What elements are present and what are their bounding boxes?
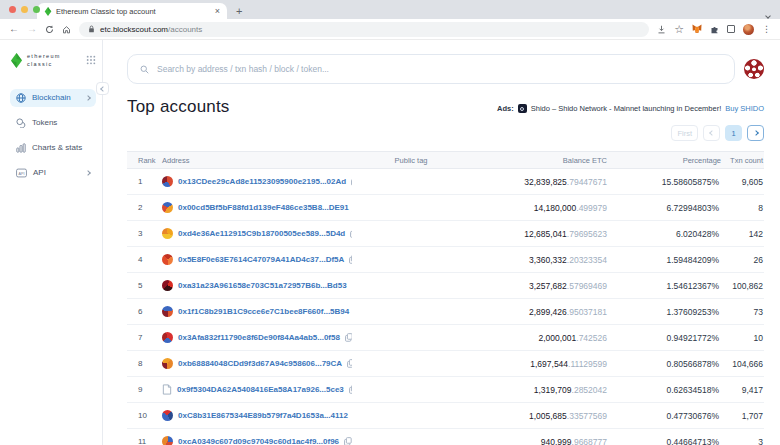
address-identicon <box>162 358 173 369</box>
browser-menu-icon[interactable]: ⋮ <box>762 24 771 34</box>
minimize-window-button[interactable] <box>21 6 28 13</box>
toolbar-right-icons: ☆ ⋮ <box>657 24 771 35</box>
maximize-window-button[interactable] <box>33 6 40 13</box>
address-cell: 0x3Afa832f11790e8f6De90f84Aa4ab5...0f58 <box>162 332 352 343</box>
table-row: 110xcA0349c607d09c97049c60d1ac4f9...0f96… <box>127 429 764 445</box>
copy-icon[interactable] <box>350 229 352 238</box>
sidebar-item-label: Tokens <box>32 118 57 127</box>
search-input[interactable] <box>157 64 722 74</box>
address-bar[interactable]: etc.blockscout.com/accounts <box>79 22 649 37</box>
copy-icon[interactable] <box>345 333 352 342</box>
download-icon[interactable] <box>657 25 666 34</box>
macos-window-controls[interactable] <box>9 6 40 13</box>
extension-icon[interactable] <box>710 25 719 34</box>
lock-icon <box>88 25 95 33</box>
txn-count-value: 8 <box>721 203 771 213</box>
percentage-value: 15.58605875% <box>607 177 721 187</box>
profile-avatar[interactable] <box>743 24 754 35</box>
logo[interactable]: ethereum classic <box>10 52 96 69</box>
apps-grid-icon[interactable] <box>86 55 96 65</box>
percentage-value: 0.80566878% <box>607 359 721 369</box>
pagination: First 1 <box>127 125 764 141</box>
address-link[interactable]: 0xd4e36Ae112915C9b18700505ee589...5D4d <box>178 229 345 238</box>
sidebar-item-api[interactable]: API API <box>10 164 96 182</box>
column-rank: Rank <box>127 156 162 165</box>
percentage-value: 6.72994803% <box>607 203 721 213</box>
rank-value: 2 <box>127 203 162 212</box>
column-address: Address <box>162 156 352 165</box>
ad-link[interactable]: Buy SHIDO <box>725 104 764 113</box>
ads-label: Ads: <box>497 104 514 113</box>
search-icon <box>140 65 149 74</box>
address-identicon <box>162 228 173 239</box>
page-title: Top accounts <box>127 97 230 117</box>
address-link[interactable]: 0x5E8F0e63E7614C47079A41AD4c37...Df5A <box>178 255 344 264</box>
browser-tab-strip: Ethereum Classic top account × + <box>0 0 780 19</box>
sidebar-item-blockchain[interactable]: Blockchain <box>10 89 96 107</box>
table-row: 100xC8b31E8675344E89b579f7a4D1653a...411… <box>127 403 764 429</box>
page-header: Top accounts Ads: Shido – Shido Network … <box>127 97 764 117</box>
back-button[interactable]: ← <box>9 24 19 34</box>
address-link[interactable]: 0xa31a23A961658e703C51a72957B6b...Bd53 <box>178 281 347 290</box>
tab-group-icon[interactable] <box>727 25 735 33</box>
txn-count-value: 100,862 <box>721 281 771 291</box>
address-link[interactable]: 0x1f1C8b291B1C9cce6e7C1bee8F660f...5B94 <box>178 307 349 316</box>
blockscout-app: ethereum classic Blockchain <box>0 40 780 445</box>
close-tab-icon[interactable]: × <box>215 7 220 16</box>
shido-ad-icon <box>518 104 527 113</box>
address-identicon <box>162 254 173 265</box>
table-row: 60x1f1C8b291B1C9cce6e7C1bee8F660f...5B94… <box>127 299 764 325</box>
ad-banner: Ads: Shido – Shido Network - Mainnet lau… <box>497 104 764 113</box>
sidebar-item-label: Charts & stats <box>32 143 82 152</box>
chevron-right-icon <box>86 93 90 102</box>
copy-icon[interactable] <box>351 177 352 186</box>
forward-button[interactable]: → <box>27 24 37 34</box>
address-link[interactable]: 0xC8b31E8675344E89b579f7a4D1653a...4112 <box>178 411 348 420</box>
rank-value: 1 <box>127 177 162 186</box>
address-link[interactable]: 0xcA0349c607d09c97049c60d1ac4f9...0f96 <box>178 437 339 445</box>
copy-icon[interactable] <box>349 255 352 264</box>
home-button[interactable] <box>62 25 71 34</box>
copy-icon[interactable] <box>349 385 352 394</box>
copy-icon[interactable] <box>344 437 352 445</box>
bookmark-star-icon[interactable]: ☆ <box>674 24 684 35</box>
pagination-next-button[interactable] <box>747 125 764 141</box>
percentage-value: 0.62634518% <box>607 385 721 395</box>
address-link[interactable]: 0xb68884048CDd9f3d67A94c958606...79CA <box>178 359 342 368</box>
txn-count-value: 73 <box>721 307 771 317</box>
address-cell: 0x5E8F0e63E7614C47079A41AD4c37...Df5A <box>162 254 352 265</box>
chevron-down-icon[interactable] <box>766 4 770 22</box>
svg-text:API: API <box>19 171 25 175</box>
column-public-tag: Public tag <box>352 156 470 165</box>
url-text[interactable]: etc.blockscout.com/accounts <box>100 25 202 34</box>
rank-value: 6 <box>127 307 162 316</box>
address-cell: 0x13CDee29cAd8e11523095900e2195...02Ad <box>162 176 352 187</box>
address-link[interactable]: 0x9f5304DA62A5408416Ea58A17a926...5ce3 <box>177 385 344 394</box>
column-percentage: Percentage <box>607 156 721 165</box>
network-selector-icon[interactable] <box>744 59 764 79</box>
close-window-button[interactable] <box>9 6 16 13</box>
sidebar-collapse-button[interactable] <box>96 82 109 95</box>
sidebar-item-tokens[interactable]: Tokens <box>10 114 96 132</box>
address-identicon <box>162 436 173 445</box>
metamask-extension-icon[interactable] <box>692 24 702 34</box>
pagination-current-page[interactable]: 1 <box>725 125 742 141</box>
address-link[interactable]: 0x00cd5Bf5bF88fd1d139eF486ce35B8...DE91 <box>178 203 349 212</box>
reload-button[interactable] <box>45 25 54 34</box>
search-bar[interactable] <box>127 54 735 84</box>
new-tab-button[interactable]: + <box>236 6 242 17</box>
address-link[interactable]: 0x13CDee29cAd8e11523095900e2195...02Ad <box>178 177 346 186</box>
search-row <box>127 54 764 84</box>
column-txn-count: Txn count <box>721 156 771 165</box>
txn-count-value: 1,707 <box>721 411 771 421</box>
balance-value: 940,999.9668777 <box>470 437 607 445</box>
sidebar-item-charts-stats[interactable]: Charts & stats <box>10 139 96 157</box>
address-identicon <box>162 202 173 213</box>
address-link[interactable]: 0x3Afa832f11790e8f6De90f84Aa4ab5...0f58 <box>178 333 340 342</box>
pagination-first-button[interactable]: First <box>671 125 698 141</box>
browser-tab[interactable]: Ethereum Classic top account × <box>37 3 227 19</box>
url-path: /accounts <box>168 25 202 34</box>
pagination-prev-button[interactable] <box>703 125 720 141</box>
table-body: 10x13CDee29cAd8e11523095900e2195...02Ad3… <box>127 169 764 445</box>
copy-icon[interactable] <box>347 359 352 368</box>
